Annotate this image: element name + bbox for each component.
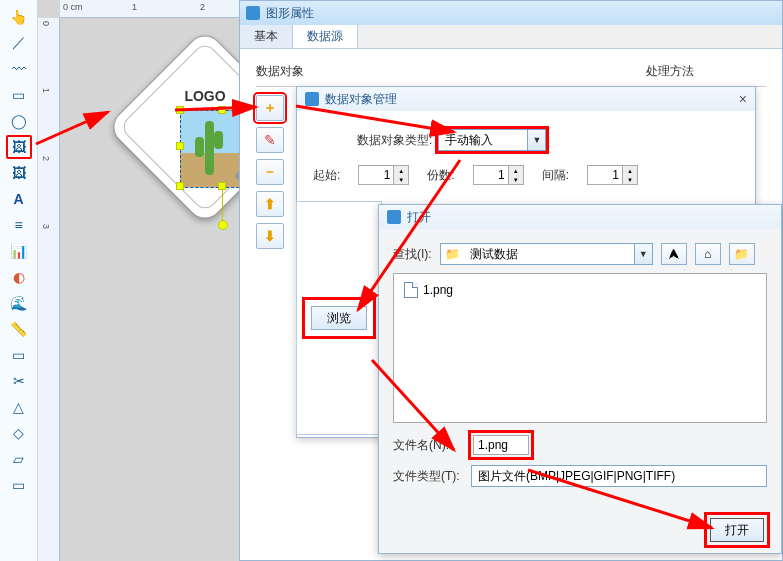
start-input[interactable] [359, 166, 393, 184]
file-list[interactable]: 1.png [393, 273, 767, 423]
tool-cut[interactable]: ✂ [6, 369, 32, 393]
browse-panel: 浏览 [296, 201, 382, 435]
chevron-down-icon[interactable]: ▼ [634, 244, 652, 264]
count-spinner[interactable]: ▲▼ [473, 165, 524, 185]
filename-input[interactable] [473, 435, 529, 455]
spin-up-icon[interactable]: ▲ [394, 166, 408, 175]
tab-basic[interactable]: 基本 [240, 25, 293, 48]
spin-up-icon[interactable]: ▲ [509, 166, 523, 175]
ruler-tick: 0 cm [63, 2, 83, 12]
browse-highlight: 浏览 [305, 300, 373, 336]
move-down-button[interactable]: ⬇ [256, 223, 284, 249]
tool-line[interactable]: ／ [6, 31, 32, 55]
tool-diamond[interactable]: ◇ [6, 421, 32, 445]
folder-icon: 📁 [441, 247, 464, 261]
canvas-area: 0 cm 1 2 0 1 2 3 LOGO [38, 0, 243, 561]
tool-image2[interactable]: 🖼 [6, 161, 32, 185]
tool-ruler[interactable]: 📏 [6, 317, 32, 341]
spin-down-icon[interactable]: ▼ [623, 175, 637, 184]
section-data-object: 数据对象 [256, 63, 376, 80]
browse-button[interactable]: 浏览 [311, 306, 367, 330]
start-spinner[interactable]: ▲▼ [358, 165, 409, 185]
tool-paragraph[interactable]: ≡ [6, 213, 32, 237]
tool-image[interactable]: 🖼 [6, 135, 32, 159]
cactus-icon [195, 121, 223, 177]
filename-label: 文件名(N): [393, 437, 463, 454]
selection-handle[interactable] [176, 142, 184, 150]
dialog-title: 数据对象管理 [325, 91, 397, 108]
open-button[interactable]: 打开 [710, 518, 764, 542]
spin-up-icon[interactable]: ▲ [623, 166, 637, 175]
tool-rect[interactable]: ▭ [6, 83, 32, 107]
ruler-vertical: 0 1 2 3 [38, 18, 60, 561]
gap-label: 间隔: [542, 167, 569, 184]
rotation-line [222, 190, 223, 220]
up-folder-button[interactable]: ⮝ [661, 243, 687, 265]
ruler-tick: 2 [200, 2, 205, 12]
tool-text[interactable]: A [6, 187, 32, 211]
file-name: 1.png [423, 283, 453, 297]
count-label: 份数: [427, 167, 454, 184]
ruler-tick: 0 [41, 21, 51, 26]
filetype-combo[interactable] [471, 465, 767, 487]
dialog-titlebar[interactable]: 打开 [379, 205, 781, 229]
panel-icon [246, 6, 260, 20]
data-object-type-combo[interactable]: ▼ [438, 129, 546, 151]
tab-data-source[interactable]: 数据源 [293, 25, 358, 48]
close-icon[interactable]: × [739, 91, 747, 107]
tool-rect2[interactable]: ▭ [6, 343, 32, 367]
data-object-type-input[interactable] [439, 130, 527, 150]
spin-down-icon[interactable]: ▼ [394, 175, 408, 184]
gap-input[interactable] [588, 166, 622, 184]
ruler-tick: 1 [41, 88, 51, 93]
tool-wave[interactable]: 🌊 [6, 291, 32, 315]
lookin-input[interactable] [464, 244, 634, 264]
tool-parallelogram[interactable]: ▱ [6, 447, 32, 471]
filetype-input[interactable] [472, 466, 766, 486]
selection-handle[interactable] [218, 106, 226, 114]
panel-titlebar: 图形属性 [240, 1, 782, 25]
file-item[interactable]: 1.png [400, 280, 760, 300]
dialog-icon [387, 210, 401, 224]
remove-data-object-button[interactable]: － [256, 159, 284, 185]
tool-pie[interactable]: ◐ [6, 265, 32, 289]
edit-data-object-button[interactable]: ✎ [256, 127, 284, 153]
tool-triangle[interactable]: △ [6, 395, 32, 419]
filetype-label: 文件类型(T): [393, 468, 463, 485]
canvas[interactable]: LOGO [60, 18, 243, 561]
chevron-down-icon[interactable]: ▼ [527, 130, 545, 150]
file-icon [404, 282, 418, 298]
panel-title: 图形属性 [266, 5, 314, 22]
open-dialog: 打开 查找(I): 📁 ▼ ⮝ ⌂ 📁 1.png 文件名(N): [378, 204, 782, 554]
gap-spinner[interactable]: ▲▼ [587, 165, 638, 185]
start-label: 起始: [313, 167, 340, 184]
selection-handle[interactable] [176, 106, 184, 114]
add-data-object-button[interactable]: ＋ [256, 95, 284, 121]
ruler-tick: 1 [132, 2, 137, 12]
tool-barcode[interactable]: 📊 [6, 239, 32, 263]
tool-curve[interactable]: 〰 [6, 57, 32, 81]
tool-pointer[interactable]: 👆 [6, 5, 32, 29]
section-process-method: 处理方法 [646, 63, 766, 80]
dialog-titlebar[interactable]: 数据对象管理 × [297, 87, 755, 111]
ruler-horizontal: 0 cm 1 2 [60, 0, 243, 18]
spin-down-icon[interactable]: ▼ [509, 175, 523, 184]
rotation-handle[interactable] [218, 220, 228, 230]
move-up-button[interactable]: ⬆ [256, 191, 284, 217]
tool-ellipse[interactable]: ◯ [6, 109, 32, 133]
new-folder-button[interactable]: 📁 [729, 243, 755, 265]
tool-rect3[interactable]: ▭ [6, 473, 32, 497]
ruler-tick: 2 [41, 156, 51, 161]
tabs: 基本 数据源 [240, 25, 782, 49]
dialog-icon [305, 92, 319, 106]
logo-text: LOGO [184, 88, 225, 104]
selection-handle[interactable] [176, 182, 184, 190]
selection-handle[interactable] [218, 182, 226, 190]
lookin-combo[interactable]: 📁 ▼ [440, 243, 653, 265]
type-label: 数据对象类型: [357, 132, 432, 149]
left-toolbar: 👆 ／ 〰 ▭ ◯ 🖼 🖼 A ≡ 📊 ◐ 🌊 📏 ▭ ✂ △ ◇ ▱ ▭ [0, 0, 38, 561]
count-input[interactable] [474, 166, 508, 184]
home-button[interactable]: ⌂ [695, 243, 721, 265]
ruler-tick: 3 [41, 224, 51, 229]
lookin-label: 查找(I): [393, 246, 432, 263]
